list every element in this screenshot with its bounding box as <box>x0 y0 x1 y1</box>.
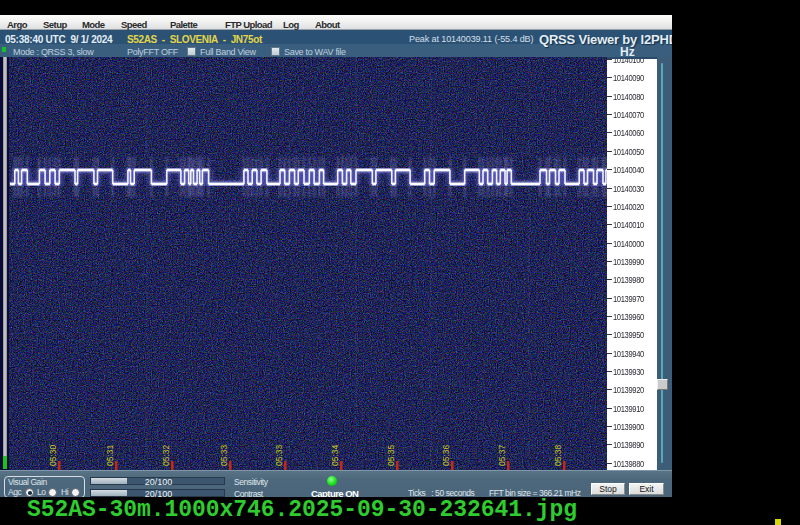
svg-text:05:38: 05:38 <box>553 444 563 466</box>
svg-text:05:37: 05:37 <box>497 444 507 466</box>
svg-text:05:33: 05:33 <box>274 444 284 466</box>
svg-text:05:31: 05:31 <box>105 444 115 466</box>
svg-text:05:32: 05:32 <box>161 444 171 466</box>
svg-text:05:34: 05:34 <box>330 444 340 466</box>
svg-text:05:30: 05:30 <box>48 444 58 466</box>
svg-text:05:33: 05:33 <box>219 444 229 466</box>
svg-text:05:35: 05:35 <box>386 444 396 466</box>
svg-text:05:36: 05:36 <box>441 444 451 466</box>
